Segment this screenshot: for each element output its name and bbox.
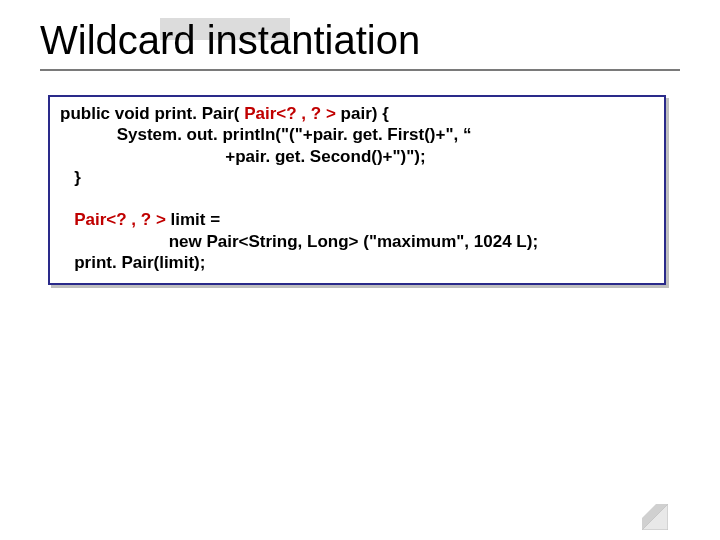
code-line-7: print. Pair(limit); <box>60 252 654 273</box>
title-area: Wildcard instantiation <box>40 18 680 71</box>
page-corner-fold-icon <box>642 504 668 530</box>
code-text: public void print. Pair( <box>60 104 244 123</box>
code-line-4: } <box>60 167 654 188</box>
title-underline <box>40 69 680 71</box>
code-line-6: new Pair<String, Long> ("maximum", 1024 … <box>60 231 654 252</box>
code-line-2: System. out. println("("+pair. get. Firs… <box>60 124 654 145</box>
code-highlight: Pair<? , ? > <box>244 104 336 123</box>
code-line-1: public void print. Pair( Pair<? , ? > pa… <box>60 103 654 124</box>
code-text: limit = <box>166 210 220 229</box>
code-box: public void print. Pair( Pair<? , ? > pa… <box>48 95 666 285</box>
code-line-3: +pair. get. Second()+")"); <box>60 146 654 167</box>
slide-title: Wildcard instantiation <box>40 18 680 67</box>
slide: Wildcard instantiation public void print… <box>0 0 720 540</box>
code-blank <box>60 188 654 209</box>
code-line-5: Pair<? , ? > limit = <box>60 209 654 230</box>
code-highlight: Pair<? , ? > <box>60 210 166 229</box>
code-text: pair) { <box>336 104 389 123</box>
